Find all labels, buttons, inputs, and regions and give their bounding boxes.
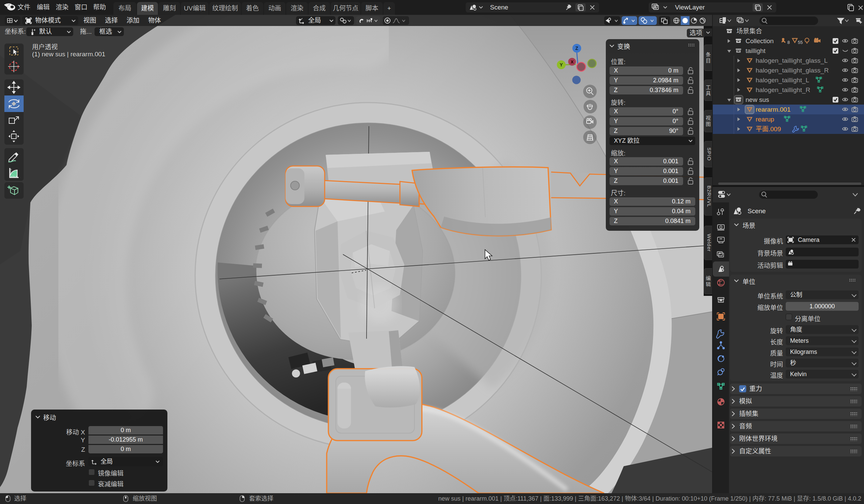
svg-text:Y: Y <box>560 62 563 67</box>
svg-text:8: 8 <box>788 40 790 45</box>
svg-text:Z: Z <box>575 46 578 51</box>
svg-text:55: 55 <box>798 40 803 45</box>
svg-text:X: X <box>571 59 574 64</box>
